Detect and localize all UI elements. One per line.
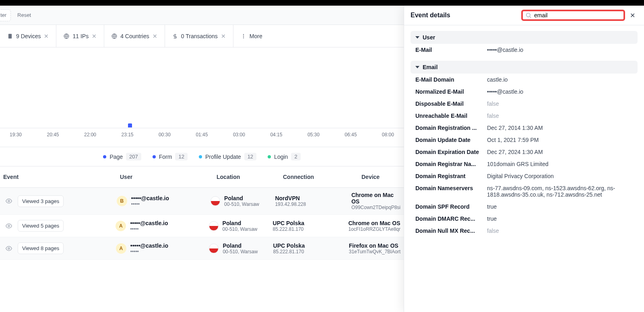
kv-value: false	[487, 101, 633, 107]
legend-label: Form	[159, 154, 172, 160]
legend-dot-icon	[103, 155, 106, 158]
table-row[interactable]: Viewed 3 pages B •••••@castle.io ••••• P…	[0, 188, 404, 215]
legend-login[interactable]: Login 2	[268, 153, 301, 160]
tab-label: 0 Transactions	[181, 33, 218, 39]
tab-countries[interactable]: 4 Countries ✕	[104, 25, 165, 47]
search-icon	[525, 12, 532, 18]
section-header-email[interactable]: Email	[411, 61, 638, 74]
kv-key: Domain Null MX Rec...	[415, 228, 487, 234]
filter-chip[interactable]: lter	[0, 9, 11, 21]
stats-toolbar: 9 Devices ✕ 11 IPs ✕ 4 Countries ✕ 0 Tra…	[0, 25, 404, 47]
section-title: Email	[423, 64, 438, 70]
col-connection: Connection	[283, 174, 361, 180]
kv-value: true	[487, 216, 633, 222]
kv-key: Domain Update Date	[415, 137, 487, 143]
svg-point-9	[526, 13, 530, 17]
device-id: 1ocFI1oRRZGLYTAe8qr	[348, 226, 400, 232]
tab-devices[interactable]: 9 Devices ✕	[0, 25, 56, 47]
tab-label: 9 Devices	[16, 33, 41, 39]
kv-value: false	[487, 113, 633, 119]
device-id: 31eTumTwQvK_7BlAort	[349, 249, 400, 255]
close-icon[interactable]: ✕	[92, 33, 97, 39]
chart-baseline	[0, 128, 404, 128]
kv-key: Domain Registrant	[415, 173, 487, 179]
svg-point-8	[8, 248, 10, 249]
flag-poland-icon	[209, 244, 219, 253]
connection-isp: UPC Polska	[273, 242, 349, 249]
kv-key: Domain Expiration Date	[415, 149, 487, 155]
legend-page[interactable]: Page 207	[103, 153, 141, 160]
section-header-user[interactable]: User	[411, 31, 638, 44]
x-tick: 22:00	[84, 132, 96, 138]
x-tick: 19:30	[10, 132, 22, 138]
kv-value: 101domain GRS Limited	[487, 161, 633, 167]
more-button[interactable]: More	[233, 33, 270, 39]
event-details-panel: Event details ✕ User E-Mail •••••@castle…	[404, 6, 644, 312]
device-id: O99Cown2TDeipqP8si	[351, 205, 400, 210]
table-row[interactable]: Viewed 8 pages A •••••@castle.io ••••• P…	[0, 237, 404, 260]
event-badge: Viewed 5 pages	[18, 220, 64, 232]
legend-count: 12	[244, 153, 256, 160]
user-email: •••••@castle.io	[130, 242, 168, 249]
close-icon[interactable]: ✕	[221, 33, 226, 39]
chart-x-ticks: 19:30 20:45 22:00 23:15 00:30 01:45 03:0…	[0, 132, 404, 138]
eye-icon	[3, 198, 14, 204]
legend-dot-icon	[268, 155, 271, 158]
connection-isp: NordVPN	[275, 195, 351, 201]
legend-dot-icon	[153, 155, 156, 158]
x-tick: 06:45	[345, 132, 357, 138]
svg-rect-0	[8, 34, 12, 39]
kv-row: Domain DMARC Rec...true	[411, 213, 638, 225]
panel-header: Event details ✕	[404, 6, 644, 25]
legend-count: 207	[126, 153, 141, 160]
kv-row: Domain Null MX Rec...false	[411, 225, 638, 237]
kv-row: E-Mail Domaincastle.io	[411, 74, 638, 86]
svg-point-7	[8, 225, 10, 227]
svg-point-4	[243, 35, 244, 36]
kv-value: Dec 27, 2014 1:30 AM	[487, 125, 633, 131]
legend-form[interactable]: Form 12	[153, 153, 188, 160]
legend-count: 2	[291, 153, 300, 160]
flag-poland-icon	[211, 196, 220, 206]
x-tick: 00:30	[159, 132, 171, 138]
reset-button[interactable]: Reset	[13, 9, 35, 21]
location-country: Poland	[223, 220, 258, 226]
x-tick: 08:00	[382, 132, 394, 138]
main-content: lter Reset 9 Devices ✕ 11 IPs ✕ 4 Countr…	[0, 6, 404, 312]
table-row[interactable]: Viewed 5 pages A •••••@castle.io ••••• P…	[0, 215, 404, 237]
filter-row: lter Reset	[0, 6, 404, 25]
connection-isp: UPC Polska	[273, 220, 349, 226]
location-city: 00-510, Warsaw	[223, 249, 258, 255]
kv-value: Dec 27, 2024 1:30 AM	[487, 149, 633, 155]
kv-row: E-Mail •••••@castle.io	[411, 44, 638, 56]
close-icon[interactable]: ✕	[44, 33, 49, 39]
connection-ip: 85.222.81.170	[273, 249, 349, 255]
tab-transactions[interactable]: 0 Transactions ✕	[165, 25, 233, 47]
device-icon	[7, 33, 13, 39]
avatar: B	[117, 196, 127, 206]
kv-value: true	[487, 203, 633, 210]
section-user: User E-Mail •••••@castle.io	[411, 31, 638, 56]
user-sub: •••••	[131, 201, 169, 207]
kv-row: Domain Registration ...Dec 27, 2014 1:30…	[411, 122, 638, 134]
legend-profile-update[interactable]: Profile Update 12	[199, 153, 256, 160]
kv-key: Domain Registrar Na...	[415, 161, 487, 167]
section-title: User	[423, 34, 435, 41]
x-tick: 03:00	[233, 132, 245, 138]
close-icon[interactable]: ✕	[153, 33, 157, 39]
tab-label: 4 Countries	[120, 33, 149, 39]
window-topbar	[0, 0, 644, 6]
tab-ips[interactable]: 11 IPs ✕	[56, 25, 104, 47]
tab-label: 11 IPs	[72, 33, 89, 39]
chart-legend: Page 207 Form 12 Profile Update 12 Login…	[0, 147, 404, 166]
kv-row: Domain Update DateOct 1, 2021 7:59 PM	[411, 134, 638, 146]
eye-icon	[3, 245, 14, 252]
table-header: Event User Location Connection Device	[0, 166, 404, 188]
search-input[interactable]	[534, 12, 621, 18]
close-panel-button[interactable]: ✕	[627, 10, 638, 21]
kv-row: Disposable E-Mailfalse	[411, 98, 638, 110]
kv-value: ns-77.awsdns-09.com, ns-1523.awsdns-62.o…	[487, 185, 633, 198]
more-icon	[241, 33, 246, 39]
chevron-down-icon	[415, 66, 419, 68]
flag-poland-icon	[209, 221, 219, 231]
